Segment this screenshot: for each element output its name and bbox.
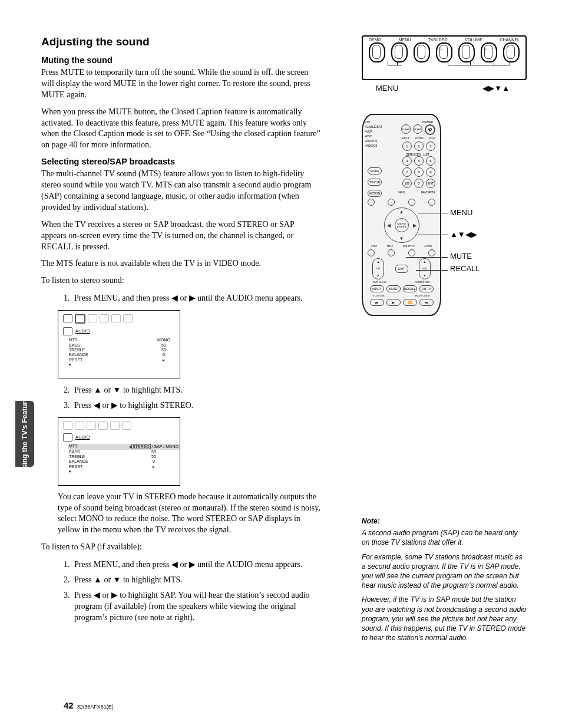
step: Press ▲ or ▼ to highlight MTS. bbox=[72, 574, 321, 586]
body-text: When you press the MUTE button, the Clos… bbox=[41, 107, 321, 151]
body-text: When the TV receives a stereo or SAP bro… bbox=[41, 219, 321, 253]
remote-diagram: •TV •CABLE/SAT •VCR •DVD •AUDIO1 •AUDIO2… bbox=[362, 114, 527, 316]
step: Press ▲ or ▼ to highlight MTS. bbox=[72, 384, 321, 396]
callout-arrows: ▲▼◀▶ bbox=[450, 230, 480, 239]
page-heading: Adjusting the sound bbox=[41, 35, 321, 48]
left-arrow-icon: ◀ bbox=[171, 559, 178, 569]
right-arrow-icon: ▶ bbox=[189, 293, 196, 302]
step: Press ◀ or ▶ to highlight SAP. You will … bbox=[72, 589, 321, 624]
right-arrow-icon: ▶ bbox=[111, 400, 118, 410]
body-text: You can leave your TV in STEREO mode bec… bbox=[58, 492, 321, 536]
body-text: The MTS feature is not available when th… bbox=[41, 258, 321, 269]
right-arrow-icon: ▶ bbox=[189, 559, 196, 569]
step: Press MENU, and then press ◀ or ▶ until … bbox=[72, 292, 321, 304]
body-text: To listen to stereo sound: bbox=[41, 275, 321, 286]
subhead-muting: Muting the sound bbox=[41, 55, 321, 65]
callout-menu: MENU bbox=[450, 208, 480, 217]
page-footer: 4232/36AFX61(E) bbox=[64, 700, 114, 710]
left-arrow-icon: ◀ bbox=[94, 400, 100, 410]
note-block: Note: A second audio program (SAP) can b… bbox=[362, 516, 527, 643]
subhead-mts: Selecting stereo/SAP broadcasts bbox=[41, 157, 321, 166]
body-text: The multi-channel TV sound (MTS) feature… bbox=[41, 169, 321, 213]
osd-audio-menu-stereo: AUDIO MTS◂STEREO / SAP / MONO BASS50 TRE… bbox=[58, 417, 180, 485]
panel-callout-menu: MENU bbox=[376, 84, 398, 93]
panel-callout-arrows: ◀▶▼▲ bbox=[482, 84, 510, 93]
body-text: To listen to SAP (if available): bbox=[41, 542, 321, 553]
body-text: Press MUTE to temporarily turn off the s… bbox=[41, 67, 321, 101]
up-arrow-icon: ▲ bbox=[94, 575, 102, 584]
down-arrow-icon: ▼ bbox=[113, 575, 121, 584]
up-arrow-icon: ▲ bbox=[94, 385, 102, 394]
step: Press MENU, and then press ◀ or ▶ until … bbox=[72, 559, 321, 571]
callout-mute: MUTE bbox=[450, 252, 480, 261]
callout-recall: RECALL bbox=[450, 264, 480, 273]
osd-audio-menu: AUDIO MTSMONO BASS50 TREBLE50 BALANCE0 R… bbox=[58, 310, 180, 378]
down-arrow-icon: ▼ bbox=[113, 385, 121, 394]
left-arrow-icon: ◀ bbox=[94, 590, 100, 599]
right-arrow-icon: ▶ bbox=[111, 590, 118, 599]
left-arrow-icon: ◀ bbox=[171, 293, 178, 302]
step: Press ◀ or ▶ to highlight STEREO. bbox=[72, 400, 321, 411]
tv-front-panel: DEMO MENU TV/VIDEO VOLUME CHANNEL bbox=[362, 35, 527, 80]
